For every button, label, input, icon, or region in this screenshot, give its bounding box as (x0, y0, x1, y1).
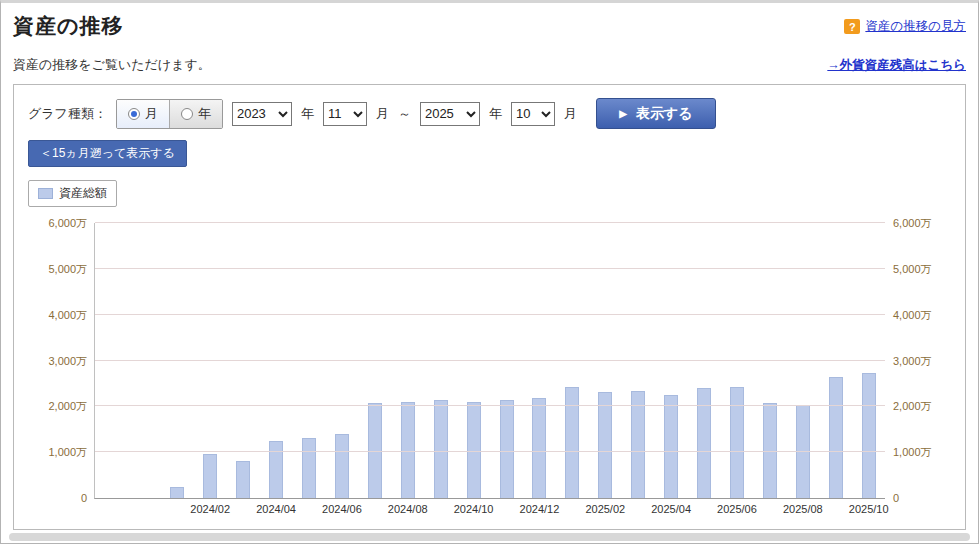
help-area: ? 資産の推移の見方 (844, 18, 966, 35)
gridline (95, 222, 885, 223)
to-year-unit: 年 (489, 105, 502, 123)
from-year-unit: 年 (301, 105, 314, 123)
foreign-assets-link[interactable]: →外貨資産残高はこちら (827, 57, 966, 74)
horizontal-scrollbar[interactable] (9, 533, 970, 541)
x-axis-label: 2024/10 (454, 503, 494, 515)
bar (664, 395, 678, 498)
gridline (95, 314, 885, 315)
y-axis-label-right: 3,000万 (885, 353, 932, 368)
bar (269, 441, 283, 498)
bar (434, 400, 448, 498)
y-axis-label-right: 6,000万 (885, 216, 932, 231)
gridline (95, 360, 885, 361)
bar-slot: 2024/06 (325, 223, 358, 498)
y-axis-label-right: 4,000万 (885, 307, 932, 322)
y-axis-label-left: 2,000万 (48, 399, 95, 414)
bar-slot (161, 223, 194, 498)
show-button-label: 表示する (636, 105, 693, 123)
x-axis-label: 2025/04 (651, 503, 691, 515)
back-15-months-button[interactable]: ＜15ヵ月遡って表示する (28, 140, 187, 167)
bar-slot (227, 223, 260, 498)
show-button[interactable]: ▶ 表示する (596, 98, 716, 129)
bar (467, 402, 481, 498)
radio-year[interactable]: 年 (170, 100, 222, 128)
legend: 資産総額 (28, 180, 117, 207)
chart-plot: 2024/022024/042024/062024/082024/102024/… (94, 223, 885, 499)
x-axis-label: 2025/06 (717, 503, 757, 515)
bar-slot: 2025/04 (655, 223, 688, 498)
bar (236, 461, 250, 498)
controls-row: グラフ種類： 月 年 2023 年 11 月 ～ 2025 (28, 98, 951, 129)
bar (203, 454, 217, 498)
x-axis-label: 2025/10 (849, 503, 889, 515)
bar-slot (293, 223, 326, 498)
bar (565, 387, 579, 498)
bar-slot (753, 223, 786, 498)
bar-slot (688, 223, 721, 498)
x-axis-label: 2024/04 (256, 503, 296, 515)
help-link[interactable]: 資産の推移の見方 (865, 18, 966, 35)
bar (862, 373, 876, 498)
legend-label: 資産総額 (59, 185, 107, 202)
bar-slot: 2024/12 (523, 223, 556, 498)
to-month-unit: 月 (564, 105, 577, 123)
bar (598, 392, 612, 498)
radio-month[interactable]: 月 (117, 100, 170, 128)
from-month-select[interactable]: 11 (323, 102, 367, 126)
bar-slot (128, 223, 161, 498)
y-axis-label-left: 5,000万 (48, 261, 95, 276)
bar-slot: 2024/10 (457, 223, 490, 498)
bar (302, 438, 316, 498)
bar (829, 377, 843, 498)
y-axis-label-right: 5,000万 (885, 261, 932, 276)
bar-slot: 2024/04 (260, 223, 293, 498)
graph-type-radio-group: 月 年 (116, 99, 223, 129)
gridline (95, 451, 885, 452)
chart-bars: 2024/022024/042024/062024/082024/102024/… (95, 223, 885, 498)
asset-chart: 2024/022024/042024/062024/082024/102024/… (94, 223, 885, 499)
gridline (95, 405, 885, 406)
x-axis-label: 2025/02 (585, 503, 625, 515)
bar-slot: 2024/08 (391, 223, 424, 498)
bar-slot: 2025/10 (852, 223, 885, 498)
x-axis-label: 2024/06 (322, 503, 362, 515)
x-axis-label: 2024/02 (190, 503, 230, 515)
to-month-select[interactable]: 10 (511, 102, 555, 126)
bar (532, 398, 546, 498)
bar (500, 400, 514, 498)
bar-slot: 2025/02 (589, 223, 622, 498)
description-row: 資産の推移をご覧いただけます。 →外貨資産残高はこちら (13, 56, 966, 74)
bar-slot (622, 223, 655, 498)
header: 資産の推移 ? 資産の推移の見方 (13, 12, 966, 40)
range-separator: ～ (398, 105, 411, 123)
page: 資産の推移 ? 資産の推移の見方 資産の推移をご覧いただけます。 →外貨資産残高… (0, 0, 979, 544)
y-axis-label-left: 1,000万 (48, 445, 95, 460)
y-axis-label-right: 2,000万 (885, 399, 932, 414)
bar-slot: 2025/06 (721, 223, 754, 498)
y-axis-label-right: 0 (885, 492, 899, 504)
bar (335, 434, 349, 498)
bar (631, 391, 645, 498)
x-axis-label: 2025/08 (783, 503, 823, 515)
bar-slot: 2025/08 (786, 223, 819, 498)
legend-swatch (38, 188, 53, 199)
question-icon[interactable]: ? (844, 19, 860, 34)
y-axis-label-left: 4,000万 (48, 307, 95, 322)
from-year-select[interactable]: 2023 (232, 102, 292, 126)
y-axis-label-left: 6,000万 (48, 216, 95, 231)
page-description: 資産の推移をご覧いただけます。 (13, 56, 211, 74)
bar (730, 387, 744, 498)
y-axis-label-left: 3,000万 (48, 353, 95, 368)
gridline (95, 268, 885, 269)
play-icon: ▶ (619, 109, 627, 119)
bar-slot (95, 223, 128, 498)
bar-slot (556, 223, 589, 498)
bar-slot (424, 223, 457, 498)
chart-panel: グラフ種類： 月 年 2023 年 11 月 ～ 2025 (13, 84, 966, 530)
radio-year-label: 年 (198, 105, 211, 123)
bar (170, 487, 184, 498)
y-axis-label-left: 0 (81, 492, 95, 504)
x-axis-label: 2024/12 (520, 503, 560, 515)
to-year-select[interactable]: 2025 (420, 102, 480, 126)
graph-type-label: グラフ種類： (28, 105, 107, 123)
